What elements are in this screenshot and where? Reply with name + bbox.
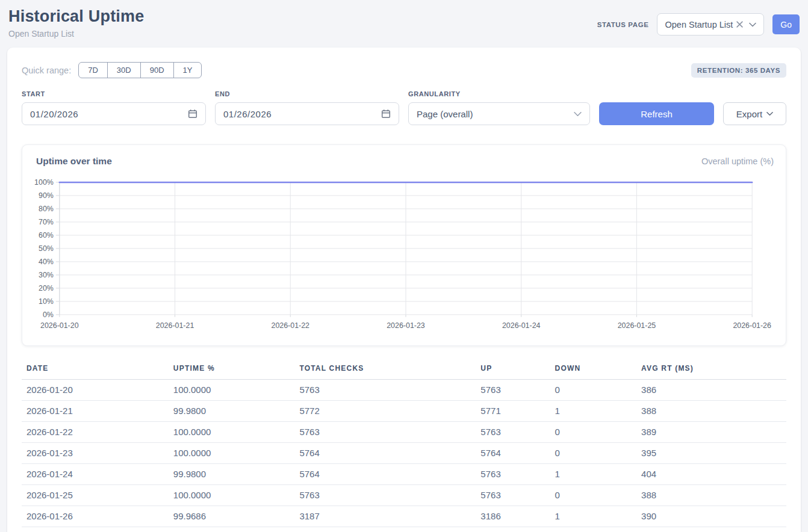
table-cell: 2026-01-21 [22, 400, 169, 421]
table-row: 2026-01-22100.0000576357630389 [22, 421, 786, 442]
table-cell: 0 [550, 484, 637, 506]
svg-text:0%: 0% [43, 311, 54, 319]
table-row: 2026-01-25100.0000576357630388 [22, 484, 786, 506]
quick-range-90d-button[interactable]: 90D [140, 62, 174, 78]
svg-text:40%: 40% [39, 258, 54, 266]
uptime-chart-card: Uptime over time Overall uptime (%) 0%10… [22, 144, 786, 346]
svg-text:2026-01-20: 2026-01-20 [40, 321, 79, 330]
svg-text:2026-01-24: 2026-01-24 [502, 321, 541, 330]
quick-range-30d-button[interactable]: 30D [107, 62, 141, 78]
chart-header: Uptime over time Overall uptime (%) [34, 156, 774, 167]
topbar: Historical Uptime Open Startup List STAT… [7, 6, 801, 39]
svg-text:2026-01-21: 2026-01-21 [156, 321, 194, 330]
granularity-field: GRANULARITY Page (overall) [408, 90, 590, 125]
chart-title: Uptime over time [36, 156, 112, 167]
status-page-label: STATUS PAGE [597, 21, 649, 28]
table-row: 2026-01-2699.9686318731861390 [22, 506, 786, 527]
filter-form-row: START 01/20/2026 END 01/26/2026 [22, 90, 786, 125]
historical-uptime-page: Historical Uptime Open Startup List STAT… [0, 0, 808, 532]
chevron-down-icon [766, 111, 773, 116]
main-panel: Quick range: 7D30D90D1Y RETENTION: 365 D… [7, 48, 801, 532]
table-cell: 0 [550, 442, 637, 463]
table-cell: 2026-01-23 [22, 442, 169, 463]
quick-range-row: Quick range: 7D30D90D1Y RETENTION: 365 D… [22, 62, 786, 78]
uptime-table: DATEUPTIME %TOTAL CHECKSUPDOWNAVG RT (MS… [22, 360, 786, 527]
export-button-label: Export [736, 109, 762, 119]
refresh-button[interactable]: Refresh [599, 102, 714, 125]
column-header: DATE [22, 360, 169, 380]
status-page-select[interactable]: Open Startup List [657, 13, 764, 36]
go-button[interactable]: Go [772, 14, 800, 34]
column-header: DOWN [550, 360, 637, 380]
quick-range-label: Quick range: [22, 66, 71, 75]
table-row: 2026-01-23100.0000576457640395 [22, 442, 786, 463]
quick-range-7d-button[interactable]: 7D [78, 62, 108, 78]
table-cell: 0 [550, 421, 637, 442]
table-row: 2026-01-2499.9800576457631404 [22, 463, 786, 484]
table-cell: 2026-01-20 [22, 379, 169, 400]
topbar-controls: STATUS PAGE Open Startup List Go [597, 13, 800, 36]
column-header: UP [476, 360, 550, 380]
svg-text:10%: 10% [39, 297, 54, 306]
table-cell: 2026-01-26 [22, 506, 169, 527]
table-row: 2026-01-20100.0000576357630386 [22, 379, 786, 400]
table-cell: 388 [636, 484, 786, 506]
svg-text:20%: 20% [39, 284, 54, 292]
table-cell: 5764 [476, 442, 550, 463]
table-cell: 5763 [476, 421, 550, 442]
table-cell: 388 [636, 400, 786, 421]
column-header: AVG RT (MS) [636, 360, 786, 380]
end-label: END [215, 90, 399, 97]
quick-range-group: 7D30D90D1Y [78, 62, 202, 78]
granularity-label: GRANULARITY [408, 90, 590, 97]
page-subtitle: Open Startup List [8, 29, 144, 39]
calendar-icon[interactable] [188, 109, 197, 119]
table-cell: 389 [636, 421, 786, 442]
start-date-value: 01/20/2026 [30, 109, 78, 119]
table-cell: 404 [636, 463, 786, 484]
chart-legend-label: Overall uptime (%) [701, 156, 774, 166]
table-header-row: DATEUPTIME %TOTAL CHECKSUPDOWNAVG RT (MS… [22, 360, 786, 380]
granularity-select[interactable]: Page (overall) [408, 102, 590, 125]
svg-text:70%: 70% [39, 218, 54, 226]
svg-text:90%: 90% [39, 191, 54, 200]
export-button[interactable]: Export [723, 102, 786, 125]
table-cell: 395 [636, 442, 786, 463]
svg-text:2026-01-23: 2026-01-23 [387, 321, 425, 330]
table-cell: 1 [550, 400, 637, 421]
start-date-field: START 01/20/2026 [22, 90, 206, 125]
end-date-input[interactable]: 01/26/2026 [215, 102, 399, 125]
column-header: TOTAL CHECKS [294, 360, 476, 380]
start-date-input[interactable]: 01/20/2026 [22, 102, 206, 125]
table-cell: 100.0000 [169, 421, 295, 442]
clear-icon[interactable] [736, 21, 743, 28]
table-cell: 5763 [294, 484, 476, 506]
table-cell: 1 [550, 506, 637, 527]
table-cell: 5763 [294, 379, 476, 400]
granularity-selected-value: Page (overall) [417, 109, 473, 119]
table-cell: 5763 [476, 484, 550, 506]
title-block: Historical Uptime Open Startup List [8, 7, 144, 39]
table-cell: 386 [636, 379, 786, 400]
end-date-value: 01/26/2026 [223, 109, 272, 119]
svg-text:2026-01-26: 2026-01-26 [733, 321, 771, 330]
end-date-field: END 01/26/2026 [215, 90, 399, 125]
table-cell: 5764 [294, 463, 476, 484]
table-cell: 0 [550, 379, 637, 400]
table-cell: 3186 [476, 506, 550, 527]
quick-range-1y-button[interactable]: 1Y [173, 62, 202, 78]
svg-text:50%: 50% [39, 244, 54, 253]
table-cell: 99.9800 [169, 400, 295, 421]
table-cell: 3187 [294, 506, 476, 527]
calendar-icon[interactable] [381, 109, 391, 119]
svg-text:100%: 100% [34, 178, 54, 187]
page-title: Historical Uptime [8, 7, 144, 26]
table-cell: 2026-01-25 [22, 484, 169, 506]
uptime-line-chart: 0%10%20%30%40%50%60%70%80%90%100%2026-01… [34, 175, 774, 338]
svg-text:30%: 30% [39, 271, 54, 279]
table-cell: 390 [636, 506, 786, 527]
chevron-down-icon [574, 111, 582, 117]
svg-text:80%: 80% [39, 205, 54, 213]
table-cell: 1 [550, 463, 637, 484]
svg-text:60%: 60% [39, 231, 54, 240]
